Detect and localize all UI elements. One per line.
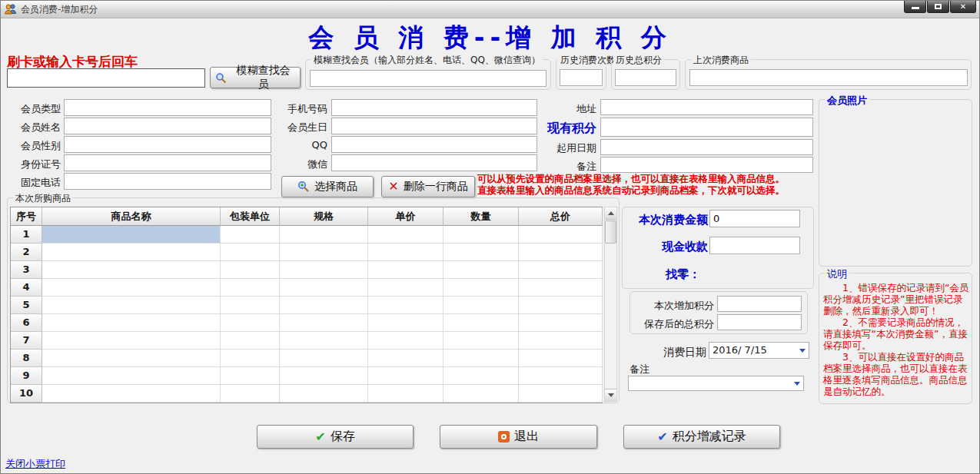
table-cell[interactable] [443,297,519,314]
row-number-cell[interactable]: 5 [11,297,42,314]
table-cell[interactable] [280,244,368,261]
table-cell[interactable] [519,332,603,350]
table-cell[interactable] [42,367,221,385]
fuzzy-search-button[interactable]: 模糊查找会员 [210,67,301,88]
select-product-button[interactable]: 选择商品 [281,176,374,197]
amount-input[interactable] [709,210,800,227]
table-cell[interactable] [280,385,368,403]
table-cell[interactable] [443,367,519,385]
member-remark-input[interactable] [600,157,813,173]
current-points-input[interactable] [600,118,813,137]
table-cell[interactable] [368,314,443,332]
table-cell[interactable] [519,367,603,385]
table-cell[interactable] [221,261,280,279]
table-cell[interactable] [42,385,221,403]
table-cell[interactable] [42,314,221,332]
table-cell[interactable] [221,385,280,403]
table-cell[interactable] [221,297,280,314]
table-cell[interactable] [221,350,280,367]
save-button[interactable]: ✔ 保存 [257,425,414,449]
row-number-cell[interactable]: 6 [11,314,42,332]
scrollbar-thumb[interactable] [605,220,616,244]
wechat-input[interactable] [331,154,537,171]
scroll-up-button[interactable] [605,207,616,220]
row-number-cell[interactable]: 7 [11,332,42,350]
landline-input[interactable] [64,173,271,190]
table-cell[interactable] [368,261,443,279]
row-number-cell[interactable]: 9 [11,367,42,385]
total-points-input[interactable] [717,314,802,330]
table-cell[interactable] [519,279,603,297]
member-type-input[interactable] [64,99,271,116]
close-receipt-print-link[interactable]: 关闭小票打印 [5,457,65,471]
add-points-input[interactable] [717,296,802,312]
table-cell[interactable] [42,279,221,297]
table-cell[interactable] [368,244,443,261]
member-gender-input[interactable] [64,136,271,153]
table-cell[interactable] [368,226,443,244]
table-cell[interactable] [443,244,519,261]
scroll-down-button[interactable] [605,389,616,401]
mobile-input[interactable] [331,99,537,116]
purchase-note-select[interactable] [628,376,804,391]
card-number-input[interactable] [7,68,205,88]
table-scrollbar[interactable] [604,207,617,402]
table-cell[interactable] [443,332,519,350]
table-cell[interactable] [280,297,368,314]
delete-row-button[interactable]: ✕ 删除一行商品 [381,176,475,197]
table-cell[interactable] [519,297,603,314]
start-date-input[interactable] [600,139,813,155]
table-cell[interactable] [443,226,519,244]
table-cell[interactable] [221,226,280,244]
table-cell[interactable] [368,350,443,367]
row-number-cell[interactable]: 10 [11,385,42,403]
table-cell[interactable] [519,314,603,332]
table-cell[interactable] [443,279,519,297]
close-button[interactable]: ✕ [950,1,976,13]
row-number-cell[interactable]: 4 [11,279,42,297]
table-cell[interactable] [42,244,221,261]
table-cell[interactable] [221,367,280,385]
table-cell[interactable] [280,226,368,244]
table-cell[interactable] [368,385,443,403]
table-cell[interactable] [280,279,368,297]
maximize-button[interactable] [927,1,949,13]
id-number-input[interactable] [64,154,271,171]
table-cell[interactable] [42,297,221,314]
history-count-input[interactable] [560,69,603,86]
table-cell[interactable] [443,261,519,279]
table-cell[interactable] [42,226,221,244]
table-cell[interactable] [42,350,221,367]
table-cell[interactable] [280,261,368,279]
consume-date-select[interactable]: 2016/ 7/15 [709,342,809,359]
fuzzy-search-input[interactable] [310,70,546,87]
history-points-input[interactable] [615,69,676,86]
table-cell[interactable] [519,261,603,279]
table-cell[interactable] [519,385,603,403]
table-cell[interactable] [443,385,519,403]
row-number-cell[interactable]: 3 [11,261,42,279]
table-cell[interactable] [443,350,519,367]
member-name-input[interactable] [64,118,271,134]
table-cell[interactable] [519,244,603,261]
exit-button[interactable]: 退出 [440,425,597,449]
minimize-button[interactable] [904,1,926,13]
table-cell[interactable] [280,314,368,332]
birthday-input[interactable] [331,118,537,134]
table-cell[interactable] [368,332,443,350]
table-cell[interactable] [443,314,519,332]
table-cell[interactable] [280,350,368,367]
table-cell[interactable] [280,367,368,385]
cash-input[interactable] [709,237,800,254]
table-cell[interactable] [221,279,280,297]
table-cell[interactable] [42,332,221,350]
row-number-cell[interactable]: 1 [11,226,42,244]
title-bar[interactable]: 会员消费-增加积分 ✕ [1,1,979,18]
points-history-button[interactable]: ✔ 积分增减记录 [623,425,780,449]
table-cell[interactable] [368,297,443,314]
table-cell[interactable] [221,244,280,261]
table-cell[interactable] [42,261,221,279]
table-cell[interactable] [280,332,368,350]
last-product-input[interactable] [689,69,968,86]
qq-input[interactable] [331,136,537,153]
